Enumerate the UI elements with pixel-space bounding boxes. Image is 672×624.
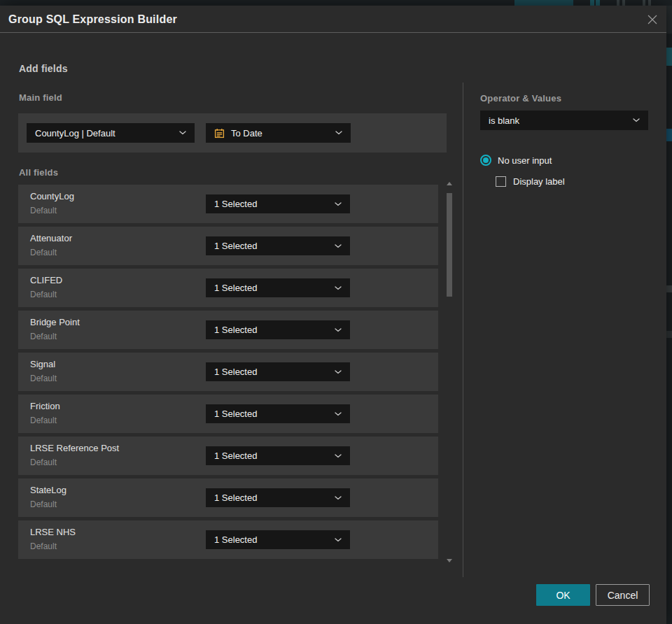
field-name: Signal xyxy=(30,359,55,369)
cancel-button[interactable]: Cancel xyxy=(596,584,650,606)
chevron-down-icon xyxy=(335,538,342,542)
field-row: Bridge Point Default 1 Selected xyxy=(18,311,438,349)
no-user-input-label: No user input xyxy=(498,155,552,166)
field-row: Signal Default 1 Selected xyxy=(18,353,438,391)
field-subtitle: Default xyxy=(30,290,57,299)
chevron-down-icon xyxy=(335,454,342,458)
scroll-down-arrow-icon[interactable] xyxy=(447,559,452,562)
group-sql-expression-builder-dialog: Group SQL Expression Builder Add fields … xyxy=(0,6,666,624)
toolbar-icon-fragment xyxy=(617,0,620,6)
field-selected-dropdown[interactable]: 1 Selected xyxy=(206,446,350,465)
field-subtitle: Default xyxy=(30,332,57,341)
sliver-fragment xyxy=(666,285,672,292)
radio-selected-icon xyxy=(480,155,491,166)
field-selected-value: 1 Selected xyxy=(214,451,257,461)
main-field-select[interactable]: CountyLog | Default xyxy=(27,123,195,143)
field-row: Friction Default 1 Selected xyxy=(18,395,438,433)
field-selected-value: 1 Selected xyxy=(214,409,257,419)
close-button[interactable] xyxy=(644,13,661,26)
chevron-down-icon xyxy=(335,496,342,500)
field-row: Attenuator Default 1 Selected xyxy=(18,227,438,265)
background-app-sliver xyxy=(666,6,672,624)
toolbar-icon-fragment xyxy=(590,0,594,6)
field-subtitle: Default xyxy=(30,458,57,467)
chevron-down-icon xyxy=(335,370,342,374)
field-name: CountyLog xyxy=(30,191,74,201)
field-name: Friction xyxy=(30,401,60,411)
main-field-panel: CountyLog | Default To Date xyxy=(18,113,447,153)
field-subtitle: Default xyxy=(30,248,57,257)
field-selected-value: 1 Selected xyxy=(214,367,257,377)
no-user-input-radio[interactable]: No user input xyxy=(480,155,552,166)
chevron-down-icon xyxy=(179,131,186,135)
field-selected-value: 1 Selected xyxy=(214,283,257,293)
chevron-down-icon xyxy=(335,131,342,135)
field-selected-value: 1 Selected xyxy=(214,492,257,503)
field-name: Attenuator xyxy=(30,233,72,243)
field-row: LRSE Reference Post Default 1 Selected xyxy=(18,437,438,475)
chevron-down-icon xyxy=(335,202,342,206)
field-subtitle: Default xyxy=(30,541,57,551)
checkbox-unchecked-icon xyxy=(496,176,506,187)
sliver-fragment xyxy=(666,6,672,34)
scrollbar-thumb[interactable] xyxy=(447,193,452,297)
main-field-value-select[interactable]: To Date xyxy=(206,123,351,143)
field-name: LRSE NHS xyxy=(30,527,76,537)
chevron-down-icon xyxy=(633,118,640,122)
all-fields-list: CountyLog Default 1 Selected Attenuator … xyxy=(18,185,438,562)
field-subtitle: Default xyxy=(30,374,57,383)
sliver-fragment xyxy=(666,129,672,141)
chevron-down-icon xyxy=(335,244,342,248)
calendar-icon xyxy=(214,128,225,139)
field-name: LRSE Reference Post xyxy=(30,443,119,453)
main-field-label: Main field xyxy=(19,92,62,103)
display-label-checkbox[interactable]: Display label xyxy=(496,176,565,187)
toolbar-icon-fragment xyxy=(622,0,625,6)
operator-values-label: Operator & Values xyxy=(480,93,561,104)
background-app-strip: Live View xyxy=(0,0,672,6)
add-fields-heading: Add fields xyxy=(19,63,68,74)
close-icon xyxy=(646,13,659,26)
sliver-fragment xyxy=(666,331,672,338)
field-row: LRSE NHS Default 1 Selected xyxy=(18,520,438,559)
main-field-value: To Date xyxy=(231,128,262,139)
scroll-up-arrow-icon[interactable] xyxy=(447,182,452,185)
field-selected-value: 1 Selected xyxy=(214,241,257,251)
all-fields-label: All fields xyxy=(19,167,58,178)
operator-select-value: is blank xyxy=(489,115,519,126)
field-subtitle: Default xyxy=(30,206,57,215)
sliver-fragment xyxy=(666,48,672,66)
field-subtitle: Default xyxy=(30,416,57,425)
chevron-down-icon xyxy=(335,412,342,416)
field-selected-dropdown[interactable]: 1 Selected xyxy=(206,194,350,213)
field-selected-dropdown[interactable]: 1 Selected xyxy=(206,488,350,507)
field-name: StateLog xyxy=(30,485,66,495)
field-row: StateLog Default 1 Selected xyxy=(18,478,438,517)
field-selected-dropdown[interactable]: 1 Selected xyxy=(206,404,350,423)
field-selected-dropdown[interactable]: 1 Selected xyxy=(206,278,350,297)
live-view-button: Live View xyxy=(514,0,573,6)
field-row: CLIFED Default 1 Selected xyxy=(18,269,438,307)
field-selected-dropdown[interactable]: 1 Selected xyxy=(206,362,350,381)
dialog-title: Group SQL Expression Builder xyxy=(8,6,177,33)
operator-select[interactable]: is blank xyxy=(480,111,648,130)
field-name: CLIFED xyxy=(30,275,62,285)
display-label-text: Display label xyxy=(513,176,565,187)
main-field-select-value: CountyLog | Default xyxy=(35,128,115,139)
field-selected-value: 1 Selected xyxy=(214,534,257,545)
field-selected-dropdown[interactable]: 1 Selected xyxy=(206,530,350,549)
ok-button[interactable]: OK xyxy=(536,584,590,606)
field-selected-dropdown[interactable]: 1 Selected xyxy=(206,236,350,255)
field-selected-value: 1 Selected xyxy=(214,199,257,209)
panel-divider xyxy=(463,83,463,577)
field-selected-value: 1 Selected xyxy=(214,325,257,335)
field-row: CountyLog Default 1 Selected xyxy=(18,185,438,223)
dialog-header: Group SQL Expression Builder xyxy=(0,6,666,33)
toolbar-icon-fragment xyxy=(648,0,651,6)
chevron-down-icon xyxy=(335,328,342,332)
field-subtitle: Default xyxy=(30,499,57,509)
toolbar-icon-fragment xyxy=(596,0,600,6)
toolbar-icon-fragment xyxy=(643,0,645,6)
field-selected-dropdown[interactable]: 1 Selected xyxy=(206,320,350,339)
chevron-down-icon xyxy=(335,286,342,290)
